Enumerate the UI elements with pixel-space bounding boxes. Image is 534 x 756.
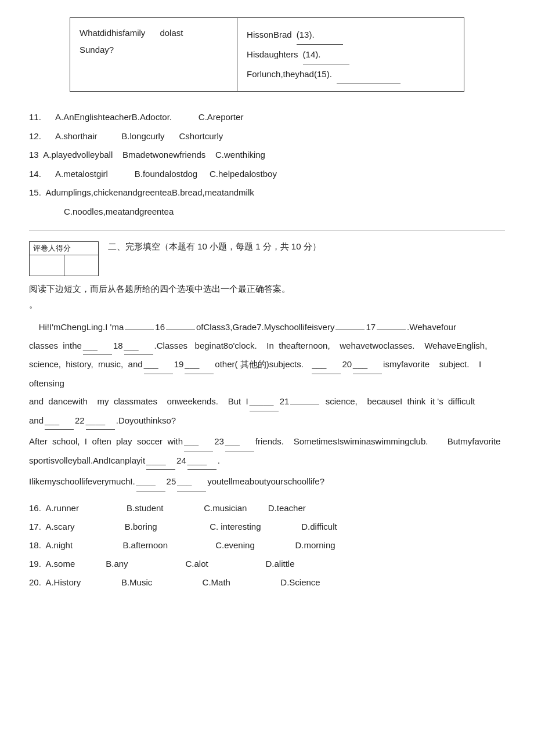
mc-item-15a: 15. Adumplings,chickenandgreenteaB.bread… (29, 185, 505, 201)
opt-20d: D.Science (280, 577, 320, 587)
opt-17c: C. interesting (210, 522, 261, 531)
blank-24b: ____ (187, 451, 217, 471)
right-line2: Hisdaughters (14). (247, 45, 454, 64)
opt-20c: C.Math (203, 577, 230, 587)
blank-16 (125, 330, 154, 330)
right-line3: Forlunch,theyhad(15). (247, 64, 454, 84)
answer-num-18: 18. (29, 540, 44, 550)
opt-16a: A.runner (45, 503, 79, 513)
section-divider (29, 230, 505, 231)
mc-num-14: 14. (29, 169, 53, 179)
answer-16: 16. A.runner B.student C.musician D.teac… (29, 500, 505, 517)
right-line1: HissonBrad (13). (247, 25, 454, 45)
blank-16b (166, 330, 195, 330)
blank-22: ___ (45, 411, 74, 431)
answer-17: 17. A.scary B.boring C. interesting D.di… (29, 518, 505, 536)
mc-num-13: 13 (29, 150, 41, 160)
blank-19: ___ (144, 355, 173, 374)
mc-opts-15b: C.noodles,meatandgreentea (64, 207, 174, 216)
blank-23b: ___ (225, 432, 254, 451)
answer-18: 18. A.night B.afternoon C.evening D.morn… (29, 537, 505, 554)
blank-18b: ___ (124, 337, 153, 356)
blank-22b: ____ (86, 411, 115, 431)
mc-opts-11: A.AnEnglishteacherB.Adoctor. C.Areporter (55, 112, 243, 122)
blank-20b: ___ (353, 355, 382, 374)
blank-21b (290, 404, 319, 404)
score-box-label: 评卷人得分 (30, 242, 98, 255)
score-section: 评卷人得分 二、完形填空（本题有 10 小题，每题 1 分，共 10 分） (29, 241, 505, 276)
blank-24: ____ (146, 451, 175, 471)
answer-section: 16. A.runner B.student C.musician D.teac… (29, 500, 505, 591)
reading-instruction: 阅读下边短文，而后从各题所给的四个选项中选出一个最正确答案。 。 (29, 281, 505, 312)
opt-18b: B.afternoon (122, 540, 168, 550)
opt-19c: C.alot (185, 559, 208, 569)
mc-num-15: 15. (29, 187, 44, 197)
blank-21: _____ (250, 392, 279, 411)
opt-19a: A.some (45, 559, 75, 569)
mc-item-13: 13 A.playedvolleyball Bmadetwonewfriends… (29, 147, 505, 164)
table-left-text: Whatdidhisfamily (80, 28, 145, 38)
table-left-dolast: dolast (160, 28, 183, 38)
blank-18: ___ (83, 337, 112, 356)
passage-p3: IlikemyschoollifeverymuchI.____25___yout… (29, 472, 505, 491)
blank-25b: ___ (177, 472, 206, 491)
answer-num-16: 16. (29, 503, 44, 513)
blank-23: ___ (184, 432, 213, 451)
table-right-cell: HissonBrad (13). Hisdaughters (14). Forl… (237, 18, 464, 92)
score-half-left (30, 255, 64, 276)
passage-p1: Hi!I'mChengLing.I 'ma16ofClass3,Grade7.M… (29, 318, 505, 430)
opt-16c: C.musician (204, 503, 249, 513)
blank-17 (335, 330, 365, 330)
opt-16d: D.teacher (268, 503, 306, 513)
blank-15 (337, 64, 400, 84)
mc-num-11: 11. (29, 112, 53, 122)
blank-14: (14). (303, 45, 349, 64)
mc-item-14: 14. A.metalostgirl B.foundalostdog C.hel… (29, 166, 505, 183)
table-left-sunday: Sunday? (80, 45, 114, 55)
answer-19: 19. A.some B.any C.alot D.alittle (29, 555, 505, 573)
score-half-right (64, 255, 99, 276)
opt-16b: B.student (127, 503, 163, 513)
mc-section: 11. A.AnEnglishteacherB.Adoctor. C.Arepo… (29, 109, 505, 220)
mc-opts-14: A.metalostgirl B.foundalostdog C.helpeda… (55, 169, 277, 179)
passage: Hi!I'mChengLing.I 'ma16ofClass3,Grade7.M… (29, 318, 505, 491)
mc-item-15b: C.noodles,meatandgreentea (29, 204, 505, 220)
mc-opts-13: A.playedvolleyball Bmadetwonewfriends C.… (43, 150, 265, 160)
answer-20: 20. A.History B.Music C.Math D.Science (29, 574, 505, 591)
table-left-cell: Whatdidhisfamily dolast Sunday? (70, 18, 237, 92)
opt-17a: A.scary (45, 522, 74, 531)
blank-17b (377, 330, 406, 330)
opt-18a: A.night (45, 540, 73, 550)
blank-19b: ___ (185, 355, 214, 374)
answer-num-17: 17. (29, 522, 44, 531)
blank-25: ____ (136, 472, 165, 491)
opt-19b: B.any (106, 559, 128, 569)
mc-num-12: 12. (29, 131, 53, 141)
opt-17b: B.boring (125, 522, 157, 531)
mc-item-12: 12. A.shorthair B.longcurly Cshortcurly (29, 128, 505, 145)
mc-opts-15a: Adumplings,chickenandgreenteaB.bread,mea… (45, 187, 254, 197)
passage-p2: After school, I often play soccer with__… (29, 432, 505, 470)
answer-num-20: 20. (29, 577, 44, 587)
opt-18c: C.evening (215, 540, 255, 550)
opt-20a: A.History (45, 577, 81, 587)
mc-opts-12: A.shorthair B.longcurly Cshortcurly (55, 131, 223, 141)
question-table: Whatdidhisfamily dolast Sunday? HissonBr… (70, 17, 464, 92)
opt-20b: B.Music (121, 577, 152, 587)
blank-13: (13). (297, 25, 343, 45)
score-box: 评卷人得分 (29, 241, 99, 276)
answer-num-19: 19. (29, 559, 44, 569)
opt-17d: D.difficult (301, 522, 337, 531)
blank-20: ___ (312, 355, 341, 374)
opt-19d: D.alittle (266, 559, 295, 569)
opt-18d: D.morning (295, 540, 335, 550)
score-box-inner (30, 255, 98, 276)
mc-item-11: 11. A.AnEnglishteacherB.Adoctor. C.Arepo… (29, 109, 505, 126)
section2-header: 二、完形填空（本题有 10 小题，每题 1 分，共 10 分） (108, 241, 321, 252)
